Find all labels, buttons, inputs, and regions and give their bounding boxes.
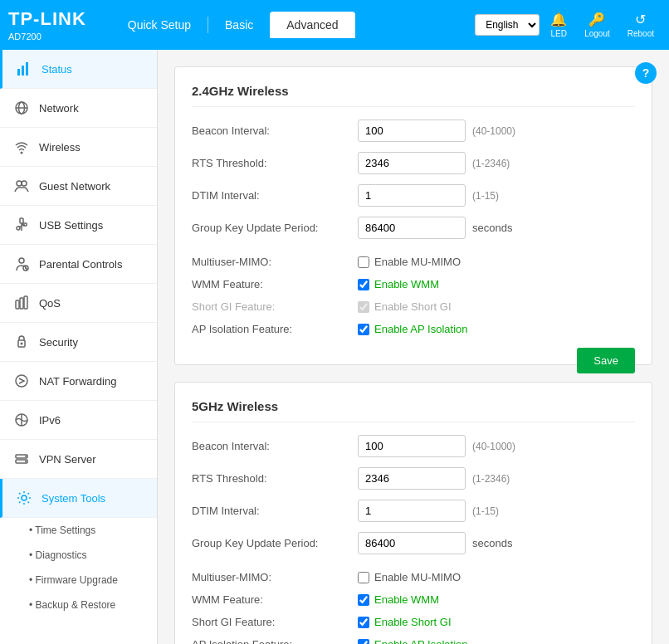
sidebar: Status Network Wireless bbox=[0, 50, 158, 644]
dtim-interval-input-5g[interactable] bbox=[358, 500, 466, 522]
dtim-interval-label-2g: DTIM Interval: bbox=[192, 189, 358, 202]
svg-rect-20 bbox=[20, 298, 23, 309]
sidebar-item-nat-forwarding[interactable]: NAT Forwarding bbox=[0, 362, 157, 401]
sidebar-label-qos: QoS bbox=[39, 297, 61, 310]
ap-isolation-wrapper-5g: Enable AP Isolation bbox=[358, 638, 468, 644]
logo-model: AD7200 bbox=[8, 32, 86, 41]
qos-icon bbox=[12, 294, 31, 312]
wmm-wrapper-2g: Enable WMM bbox=[358, 278, 439, 290]
ap-isolation-row-5g: AP Isolation Feature: Enable AP Isolatio… bbox=[192, 638, 635, 644]
nat-forwarding-icon bbox=[12, 372, 31, 390]
svg-point-12 bbox=[17, 227, 20, 230]
sidebar-label-security: Security bbox=[39, 336, 78, 349]
led-icon: 🔔 bbox=[550, 12, 567, 27]
sidebar-item-parental-controls[interactable]: Parental Controls bbox=[0, 245, 157, 284]
dtim-interval-hint-2g: (1-15) bbox=[472, 190, 499, 202]
sidebar-item-status[interactable]: Status bbox=[0, 50, 157, 89]
network-icon bbox=[12, 99, 31, 117]
wmm-row-2g: WMM Feature: Enable WMM bbox=[192, 278, 635, 290]
svg-rect-19 bbox=[16, 300, 19, 309]
dtim-interval-row-5g: DTIM Interval: (1-15) bbox=[192, 500, 635, 522]
language-select[interactable]: English bbox=[475, 14, 540, 36]
save-button-2g[interactable]: Save bbox=[577, 348, 635, 373]
sidebar-sub-diagnostics[interactable]: • Diagnostics bbox=[0, 543, 157, 568]
sidebar-item-wireless[interactable]: Wireless bbox=[0, 128, 157, 167]
beacon-interval-label-2g: Beacon Interval: bbox=[192, 124, 358, 137]
group-key-input-2g[interactable] bbox=[358, 217, 466, 239]
nav-basic[interactable]: Basic bbox=[208, 12, 270, 38]
help-button[interactable]: ? bbox=[635, 62, 657, 84]
mu-mimo-checkbox-2g[interactable] bbox=[358, 256, 369, 268]
wmm-text-5g: Enable WMM bbox=[374, 593, 439, 606]
dtim-interval-hint-5g: (1-15) bbox=[472, 505, 499, 517]
beacon-interval-input-5g[interactable] bbox=[358, 435, 466, 457]
ap-isolation-text-2g: Enable AP Isolation bbox=[374, 323, 468, 335]
sidebar-item-guest-network[interactable]: Guest Network bbox=[0, 167, 157, 206]
mu-mimo-label-5g: Multiuser-MIMO: bbox=[192, 571, 358, 583]
section-title-2ghz: 2.4GHz Wireless bbox=[192, 84, 635, 107]
svg-rect-9 bbox=[20, 218, 23, 223]
svg-point-23 bbox=[21, 343, 23, 345]
wmm-row-5g: WMM Feature: Enable WMM bbox=[192, 593, 635, 606]
header-right: English 🔔 LED 🔑 Logout ↺ Reboot bbox=[475, 8, 661, 41]
reboot-button[interactable]: ↺ Reboot bbox=[621, 8, 661, 41]
svg-point-31 bbox=[22, 495, 27, 500]
mu-mimo-wrapper-5g: Enable MU-MIMO bbox=[358, 571, 461, 583]
svg-point-24 bbox=[16, 375, 27, 387]
sidebar-label-network: Network bbox=[39, 102, 79, 115]
sidebar-item-usb-settings[interactable]: USB Settings bbox=[0, 206, 157, 245]
led-label: LED bbox=[550, 29, 566, 38]
rts-threshold-input-5g[interactable] bbox=[358, 467, 466, 490]
short-gi-checkbox-2g[interactable] bbox=[358, 301, 369, 313]
beacon-interval-input-2g[interactable] bbox=[358, 120, 466, 142]
rts-threshold-row-5g: RTS Threshold: (1-2346) bbox=[192, 467, 635, 490]
svg-rect-0 bbox=[17, 69, 20, 76]
wmm-checkbox-5g[interactable] bbox=[358, 594, 369, 606]
beacon-interval-row-2g: Beacon Interval: (40-1000) bbox=[192, 120, 635, 142]
mu-mimo-text-5g: Enable MU-MIMO bbox=[374, 571, 461, 583]
wireless-icon bbox=[12, 138, 31, 156]
ap-isolation-checkbox-5g[interactable] bbox=[358, 639, 369, 645]
mu-mimo-wrapper-2g: Enable MU-MIMO bbox=[358, 256, 461, 268]
sidebar-item-ipv6[interactable]: IPv6 bbox=[0, 401, 157, 440]
sidebar-label-ipv6: IPv6 bbox=[39, 414, 61, 427]
sidebar-item-network[interactable]: Network bbox=[0, 89, 157, 128]
logout-label: Logout bbox=[584, 29, 610, 38]
sidebar-label-nat-forwarding: NAT Forwarding bbox=[39, 375, 116, 388]
logout-button[interactable]: 🔑 Logout bbox=[578, 8, 617, 41]
group-key-row-2g: Group Key Update Period: seconds bbox=[192, 217, 635, 239]
wmm-checkbox-2g[interactable] bbox=[358, 279, 369, 290]
sidebar-sub-backup-restore[interactable]: • Backup & Restore bbox=[0, 593, 157, 617]
nav-advanced[interactable]: Advanced bbox=[270, 12, 354, 38]
status-icon bbox=[15, 60, 33, 78]
sidebar-sub-time-settings[interactable]: • Time Settings bbox=[0, 518, 157, 543]
sidebar-item-system-tools[interactable]: System Tools bbox=[0, 479, 157, 518]
short-gi-checkbox-5g[interactable] bbox=[358, 617, 369, 628]
sidebar-sub-firmware-upgrade[interactable]: • Firmware Upgrade bbox=[0, 568, 157, 593]
rts-threshold-input-2g[interactable] bbox=[358, 152, 466, 174]
beacon-interval-row-5g: Beacon Interval: (40-1000) bbox=[192, 435, 635, 457]
ap-isolation-label-2g: AP Isolation Feature: bbox=[192, 323, 358, 335]
rts-threshold-label-2g: RTS Threshold: bbox=[192, 157, 358, 169]
section-2ghz: 2.4GHz Wireless Beacon Interval: (40-100… bbox=[174, 66, 652, 365]
dtim-interval-input-2g[interactable] bbox=[358, 184, 466, 207]
sidebar-item-vpn-server[interactable]: VPN Server bbox=[0, 440, 157, 479]
logo-text: TP-LINK bbox=[8, 8, 86, 30]
ap-isolation-checkbox-2g[interactable] bbox=[358, 324, 369, 335]
rts-threshold-label-5g: RTS Threshold: bbox=[192, 472, 358, 485]
sidebar-item-security[interactable]: Security bbox=[0, 323, 157, 362]
group-key-input-5g[interactable] bbox=[358, 532, 466, 554]
sidebar-label-status: Status bbox=[42, 63, 72, 76]
sidebar-label-parental-controls: Parental Controls bbox=[39, 258, 122, 271]
security-icon bbox=[12, 333, 31, 351]
usb-settings-icon bbox=[12, 216, 31, 234]
mu-mimo-checkbox-5g[interactable] bbox=[358, 572, 369, 583]
sidebar-item-qos[interactable]: QoS bbox=[0, 284, 157, 323]
led-button[interactable]: 🔔 LED bbox=[544, 8, 574, 41]
short-gi-row-5g: Short GI Feature: Enable Short GI bbox=[192, 616, 635, 628]
nav-quick-setup[interactable]: Quick Setup bbox=[111, 12, 208, 38]
short-gi-text-2g: Enable Short GI bbox=[374, 300, 452, 313]
beacon-interval-label-5g: Beacon Interval: bbox=[192, 440, 358, 452]
sidebar-label-usb-settings: USB Settings bbox=[39, 219, 103, 232]
svg-rect-2 bbox=[26, 62, 28, 76]
